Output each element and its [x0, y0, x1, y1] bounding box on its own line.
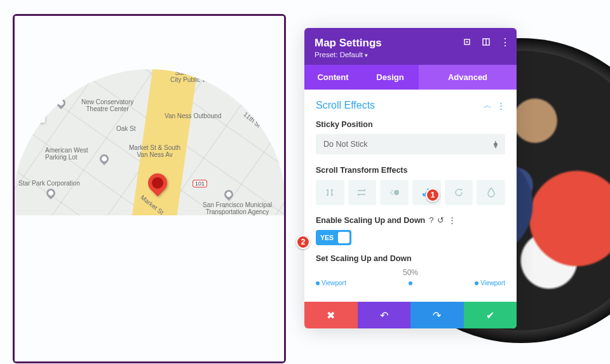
- collapse-icon[interactable]: ︿: [484, 100, 492, 111]
- option-menu-icon[interactable]: ⋮: [448, 215, 456, 225]
- callout-1: 1: [426, 188, 440, 202]
- enable-scaling-toggle[interactable]: YES: [316, 230, 351, 245]
- settings-tabs: Content Design Advanced: [304, 65, 517, 90]
- zoom-in-button[interactable]: +: [22, 77, 45, 100]
- columns-icon[interactable]: [481, 37, 491, 47]
- callout-2: 2: [296, 235, 310, 249]
- expand-icon[interactable]: [462, 37, 472, 47]
- reset-icon[interactable]: ↺: [437, 215, 444, 225]
- svg-point-4: [394, 190, 399, 195]
- transform-effects-row: [316, 180, 505, 205]
- close-icon: ✖: [327, 309, 335, 321]
- fullscreen-icon: [260, 30, 270, 40]
- redo-icon: ↷: [433, 309, 441, 321]
- sticky-select[interactable]: Do Not Stick ▴▾: [316, 134, 505, 154]
- transform-label: Scroll Transform Effects: [316, 166, 505, 175]
- svg-point-1: [466, 41, 468, 43]
- map-module: Center for Complex Intersection for the …: [13, 14, 286, 363]
- scaling-percent: 50%: [316, 268, 505, 277]
- section-title: Scroll Effects: [316, 100, 375, 111]
- tab-advanced[interactable]: Advanced: [419, 65, 517, 90]
- help-icon[interactable]: ?: [429, 215, 433, 225]
- poi-sublabel: Temporarily closed: [53, 53, 95, 58]
- section-header[interactable]: Scroll Effects ︿⋮: [316, 100, 505, 111]
- fullscreen-button[interactable]: [254, 24, 276, 46]
- effect-fade-button[interactable]: [380, 180, 409, 205]
- preset-selector[interactable]: Preset: Default: [315, 51, 506, 58]
- settings-panel: Map Settings Preset: Default ⋮ Content D…: [304, 28, 517, 328]
- sticky-label: Sticky Position: [316, 120, 505, 129]
- viewport-labels: Viewport Viewport: [316, 280, 505, 286]
- zoom-control: + −: [22, 77, 45, 123]
- effect-horizontal-button[interactable]: [348, 180, 377, 205]
- tab-design[interactable]: Design: [362, 65, 419, 90]
- map-type-control: Map Satellite: [22, 24, 116, 46]
- tab-content[interactable]: Content: [304, 65, 362, 90]
- street-label: Hickory St: [113, 53, 142, 60]
- panel-footer: ✖ ↶ ↷ ✔: [304, 302, 517, 328]
- undo-icon: ↶: [380, 309, 388, 321]
- svg-point-6: [390, 192, 391, 193]
- poi-label: Intersection for the Arts: [181, 24, 247, 30]
- effect-vertical-button[interactable]: [316, 180, 344, 205]
- check-icon: ✔: [486, 309, 494, 321]
- zoom-out-button[interactable]: −: [22, 100, 45, 123]
- map-type-map[interactable]: Map: [22, 24, 61, 46]
- enable-scaling-row: Enable Scaling Up and Down ? ↺ ⋮: [316, 215, 505, 225]
- undo-button[interactable]: ↶: [358, 302, 411, 328]
- redo-button[interactable]: ↷: [410, 302, 464, 328]
- set-scaling-label: Set Scaling Up and Down: [316, 254, 505, 263]
- svg-point-7: [391, 194, 393, 195]
- panel-body: Scroll Effects ︿⋮ Sticky Position Do Not…: [304, 90, 517, 293]
- section-menu-icon[interactable]: ⋮: [497, 101, 505, 111]
- effect-rotate-button[interactable]: [445, 180, 473, 205]
- toggle-text: YES: [320, 234, 334, 241]
- cancel-button[interactable]: ✖: [304, 302, 358, 328]
- save-button[interactable]: ✔: [464, 302, 517, 328]
- map-type-satellite[interactable]: Satellite: [61, 24, 116, 46]
- select-chevron-icon: ▴▾: [494, 140, 498, 148]
- svg-point-5: [391, 190, 393, 191]
- panel-header: Map Settings Preset: Default ⋮: [304, 28, 517, 65]
- sticky-value: Do Not Stick: [323, 140, 367, 149]
- effect-blur-button[interactable]: [477, 180, 505, 205]
- enable-scaling-label: Enable Scaling Up and Down: [316, 216, 425, 225]
- kebab-menu-icon[interactable]: ⋮: [500, 37, 510, 47]
- mask: [13, 215, 286, 363]
